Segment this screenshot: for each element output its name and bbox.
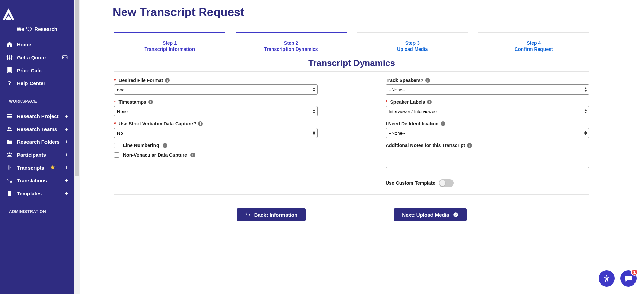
field-strict-verbatim: * Use Strict Verbatim Data Capture? i — [114, 121, 318, 138]
section-header-administration: ADMINISTRATION — [3, 206, 71, 216]
accessibility-fab[interactable] — [599, 270, 615, 287]
plus-icon[interactable]: + — [65, 113, 68, 119]
step-1[interactable]: Step 1 Transcript Information — [114, 32, 225, 52]
track-speakers-select[interactable] — [386, 84, 589, 95]
sidebar-item-transcripts[interactable]: Transcripts + — [4, 161, 70, 174]
svg-point-2 — [11, 56, 12, 57]
document-icon — [6, 190, 13, 197]
field-label-text: Line Numbering — [123, 143, 159, 148]
field-nonvernacular: Non-Venacular Data Capture i — [114, 152, 318, 158]
next-button[interactable]: Next: Upload Media — [394, 208, 467, 221]
sidebar-item-research-folders[interactable]: Research Folders + — [4, 135, 70, 148]
strict-verbatim-select[interactable] — [114, 128, 318, 138]
step-label: Transcript Information — [114, 46, 225, 52]
svg-point-0 — [7, 56, 8, 57]
plus-icon[interactable]: + — [65, 139, 68, 145]
tagline-left: We — [17, 26, 24, 32]
section-header-workspace: WORKSPACE — [3, 96, 71, 106]
sidebar-scrollbar[interactable] — [74, 0, 80, 294]
main-content: New Transcript Request Step 1 Transcript… — [80, 0, 644, 294]
section-title: Transcript Dynamics — [114, 58, 589, 68]
svg-point-18 — [9, 152, 11, 154]
undo-icon — [245, 212, 251, 218]
heart-icon — [26, 26, 32, 32]
sidebar-item-label: Help Center — [17, 80, 45, 86]
field-deidentification: I Need De-Identification i — [386, 121, 589, 138]
svg-point-19 — [7, 153, 8, 154]
svg-point-10 — [9, 71, 10, 72]
sidebar-item-price-calc[interactable]: Price Calc — [4, 64, 70, 77]
sidebar-item-translations[interactable]: Translations + — [4, 174, 70, 187]
file-format-select[interactable] — [114, 84, 318, 95]
sidebar: We Research Home Get a Quote — [0, 0, 74, 294]
step-3[interactable]: Step 3 Upload Media — [357, 32, 468, 52]
additional-notes-input[interactable] — [386, 150, 589, 168]
logo — [0, 4, 74, 26]
button-label: Next: Upload Media — [402, 212, 449, 218]
info-icon[interactable]: i — [427, 100, 432, 104]
field-file-format: * Desired File Format i — [114, 78, 318, 95]
sidebar-item-help-center[interactable]: ? Help Center — [4, 77, 70, 90]
users-icon — [6, 125, 13, 132]
field-label-text: Track Speakers? — [386, 78, 423, 83]
svg-point-7 — [9, 70, 10, 71]
custom-template-toggle[interactable] — [439, 179, 454, 187]
info-icon[interactable]: i — [163, 143, 167, 148]
speaker-labels-select[interactable] — [386, 106, 589, 116]
sidebar-item-label: Templates — [17, 191, 42, 196]
plus-icon[interactable]: + — [65, 178, 68, 183]
sidebar-item-label: Price Calc — [17, 67, 42, 73]
nonvernacular-checkbox[interactable] — [114, 152, 119, 158]
people-icon — [6, 151, 13, 158]
plus-icon[interactable]: + — [65, 165, 68, 171]
plus-icon[interactable]: + — [65, 191, 68, 196]
info-icon[interactable]: i — [467, 143, 472, 148]
sidebar-item-label: Research Teams — [17, 126, 57, 132]
sidebar-item-home[interactable]: Home — [4, 38, 70, 51]
field-additional-notes: Additional Notes for this Transcript i — [386, 143, 589, 169]
divider — [114, 71, 589, 72]
sidebar-item-get-quote[interactable]: Get a Quote — [4, 51, 70, 64]
chat-fab[interactable]: 1 — [620, 270, 637, 287]
sidebar-item-label: Home — [17, 42, 31, 47]
svg-rect-15 — [7, 117, 12, 118]
step-4[interactable]: Step 4 Confirm Request — [478, 32, 590, 52]
info-icon[interactable]: i — [148, 100, 153, 104]
sidebar-item-research-teams[interactable]: Research Teams + — [4, 122, 70, 135]
plus-icon[interactable]: + — [65, 126, 68, 132]
step-2[interactable]: Step 2 Transcription Dynamics — [236, 32, 347, 52]
field-label-text: Timestamps — [118, 99, 146, 105]
svg-point-8 — [10, 70, 11, 71]
required-marker: * — [114, 99, 116, 105]
timestamps-select[interactable] — [114, 106, 318, 116]
info-icon[interactable]: i — [425, 78, 430, 83]
sidebar-item-participants[interactable]: Participants + — [4, 148, 70, 161]
field-label-text: Desired File Format — [118, 78, 163, 83]
field-track-speakers: Track Speakers? i — [386, 78, 589, 95]
svg-point-17 — [10, 128, 11, 129]
question-icon: ? — [6, 80, 13, 86]
sidebar-item-research-project[interactable]: Research Project + — [4, 110, 70, 122]
svg-rect-14 — [7, 116, 12, 117]
line-numbering-checkbox[interactable] — [114, 143, 119, 148]
star-icon — [50, 165, 55, 170]
field-speaker-labels: * Speaker Labels i — [386, 99, 589, 116]
inbox-icon — [62, 54, 68, 60]
deidentification-select[interactable] — [386, 128, 589, 138]
field-custom-template: Use Custom Template — [386, 179, 589, 187]
field-label-text: Additional Notes for this Transcript — [386, 143, 465, 148]
plus-icon[interactable]: + — [65, 152, 68, 158]
field-label-text: Use Custom Template — [386, 180, 435, 186]
info-icon[interactable]: i — [165, 78, 170, 83]
folder-icon — [6, 138, 13, 145]
info-icon[interactable]: i — [198, 121, 203, 126]
info-icon[interactable]: i — [190, 153, 195, 157]
check-circle-icon — [453, 212, 459, 218]
step-num: Step 3 — [357, 40, 468, 46]
sidebar-item-templates[interactable]: Templates + — [4, 187, 70, 200]
svg-point-9 — [8, 71, 9, 72]
required-marker: * — [114, 78, 116, 83]
info-icon[interactable]: i — [441, 121, 445, 126]
back-button[interactable]: Back: Information — [237, 208, 306, 221]
required-marker: * — [386, 99, 387, 105]
